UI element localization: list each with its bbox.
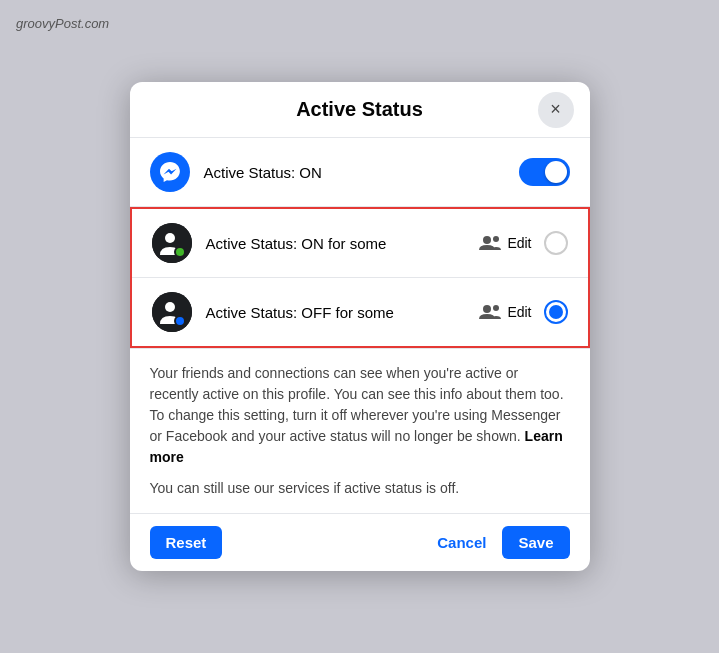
svg-point-6 (165, 302, 175, 312)
description-text1: Your friends and connections can see whe… (150, 365, 564, 444)
description-para2: You can still use our services if active… (150, 478, 570, 499)
svg-point-9 (493, 305, 499, 311)
close-button[interactable]: × (538, 92, 574, 128)
footer-right: Cancel Save (437, 526, 569, 559)
edit-off-some-group: Edit (479, 303, 531, 321)
svg-point-4 (493, 236, 499, 242)
on-some-svg (152, 223, 192, 263)
description-section: Your friends and connections can see whe… (130, 348, 590, 513)
edit-on-some-group: Edit (479, 234, 531, 252)
option-on-some-label: Active Status: ON for some (206, 235, 480, 252)
option-section: Active Status: ON for some Edit (130, 207, 590, 348)
watermark: groovyPost.com (16, 16, 109, 31)
status-on-some-icon (152, 223, 192, 263)
option-row-off-some[interactable]: Active Status: OFF for some Edit (132, 278, 588, 346)
reset-button[interactable]: Reset (150, 526, 223, 559)
off-some-svg (152, 292, 192, 332)
status-off-some-icon (152, 292, 192, 332)
radio-on-some[interactable] (544, 231, 568, 255)
main-status-row: Active Status: ON (130, 138, 590, 207)
main-status-label: Active Status: ON (204, 164, 519, 181)
modal-header: Active Status × (130, 82, 590, 138)
people-icon-off-some (479, 303, 501, 321)
active-status-toggle[interactable] (519, 158, 570, 186)
save-button[interactable]: Save (502, 526, 569, 559)
modal-title: Active Status (296, 98, 423, 121)
svg-point-2 (175, 247, 185, 257)
messenger-svg-icon (158, 160, 182, 184)
modal-footer: Reset Cancel Save (130, 513, 590, 571)
messenger-icon (150, 152, 190, 192)
edit-off-some-label[interactable]: Edit (507, 304, 531, 320)
svg-point-0 (152, 223, 192, 263)
svg-point-8 (483, 305, 491, 313)
svg-point-7 (175, 316, 185, 326)
svg-point-3 (483, 236, 491, 244)
people-icon-on-some (479, 234, 501, 252)
radio-off-some[interactable] (544, 300, 568, 324)
svg-point-5 (152, 292, 192, 332)
modal: Active Status × Active Status: ON (130, 82, 590, 571)
edit-on-some-label[interactable]: Edit (507, 235, 531, 251)
option-off-some-label: Active Status: OFF for some (206, 304, 480, 321)
svg-point-1 (165, 233, 175, 243)
cancel-button[interactable]: Cancel (437, 534, 486, 551)
modal-body: Active Status: ON (130, 138, 590, 513)
option-row-on-some[interactable]: Active Status: ON for some Edit (132, 209, 588, 278)
description-para1: Your friends and connections can see whe… (150, 363, 570, 468)
toggle-thumb (545, 161, 567, 183)
toggle-track (519, 158, 570, 186)
